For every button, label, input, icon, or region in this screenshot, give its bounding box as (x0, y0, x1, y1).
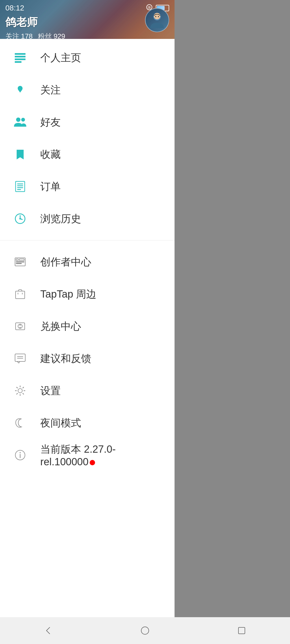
follow-label: 关注 (5, 32, 19, 39)
svg-rect-8 (15, 58, 26, 60)
home-button[interactable] (134, 623, 156, 639)
follow-stat: 关注 178 (5, 32, 32, 39)
follow-count: 178 (21, 32, 32, 39)
merchandise-label: TapTap 周边 (40, 287, 96, 301)
svg-point-11 (21, 118, 25, 122)
favorites-label: 收藏 (40, 148, 61, 161)
svg-rect-25 (19, 259, 24, 261)
bottom-nav (0, 617, 290, 644)
profile-icon (11, 48, 30, 67)
svg-point-5 (158, 16, 159, 17)
svg-point-10 (16, 118, 20, 122)
menu-section-1: 个人主页 关注 好友 (0, 39, 175, 237)
redeem-icon (11, 317, 30, 336)
menu-item-history[interactable]: 浏览历史 (0, 203, 175, 235)
profile-label: 个人主页 (40, 51, 81, 65)
menu-item-orders[interactable]: 订单 (0, 170, 175, 203)
redeem-label: 兑换中心 (40, 320, 81, 333)
back-button[interactable] (38, 623, 59, 639)
user-name: 鸽老师 (5, 15, 65, 30)
nightmode-label: 夜间模式 (40, 416, 81, 430)
svg-point-39 (141, 627, 149, 634)
avatar[interactable] (145, 8, 169, 32)
menu-divider (0, 240, 175, 240)
svg-point-20 (19, 218, 21, 219)
menu-item-friends[interactable]: 好友 (0, 106, 175, 138)
history-label: 浏览历史 (40, 212, 81, 226)
feedback-label: 建议和反馈 (40, 352, 91, 365)
svg-point-34 (18, 389, 22, 393)
svg-rect-23 (16, 262, 24, 262)
svg-rect-6 (15, 53, 26, 55)
drawer: 个人主页 关注 好友 (0, 39, 175, 617)
svg-rect-16 (17, 189, 21, 190)
version-icon (11, 446, 30, 464)
version-label: 当前版本 2.27.0-rel.100000 (40, 442, 164, 468)
settings-label: 设置 (40, 384, 61, 398)
svg-rect-31 (15, 354, 25, 361)
menu-item-favorites[interactable]: 收藏 (0, 138, 175, 170)
user-info: 鸽老师 关注 178 粉丝 929 (5, 15, 65, 39)
creator-icon (11, 253, 30, 271)
menu-item-feedback[interactable]: 建议和反馈 (0, 342, 175, 375)
menu-item-redeem[interactable]: 兑换中心 (0, 310, 175, 342)
status-time: 08:12 (5, 4, 24, 12)
fans-label: 粉丝 (38, 32, 52, 39)
right-background (175, 0, 290, 644)
menu-item-merchandise[interactable]: TapTap 周边 (0, 278, 175, 310)
svg-rect-7 (15, 56, 26, 57)
favorites-icon (11, 145, 30, 164)
feedback-icon (11, 349, 30, 368)
svg-rect-15 (17, 187, 23, 188)
svg-point-4 (155, 16, 156, 17)
nightmode-icon (11, 414, 30, 432)
settings-icon (11, 381, 30, 400)
version-badge (90, 460, 95, 465)
svg-rect-24 (16, 263, 21, 264)
svg-rect-12 (16, 181, 25, 192)
menu-item-version[interactable]: 当前版本 2.27.0-rel.100000 (0, 439, 175, 471)
svg-rect-26 (16, 291, 25, 299)
svg-point-38 (20, 452, 21, 453)
history-icon (11, 209, 30, 228)
follow-icon (11, 80, 30, 99)
header-banner: 08:12 微 鸽老师 关注 178 粉丝 929 (0, 0, 175, 39)
svg-rect-29 (16, 323, 25, 330)
menu-section-2: 创作者中心 TapTap 周边 (0, 243, 175, 474)
menu-item-follow[interactable]: 关注 (0, 74, 175, 106)
svg-rect-14 (17, 185, 23, 186)
creator-label: 创作者中心 (40, 255, 91, 269)
svg-text:微: 微 (148, 6, 151, 9)
svg-rect-22 (16, 259, 18, 261)
recent-button[interactable] (231, 623, 252, 639)
svg-rect-40 (238, 627, 245, 634)
friends-label: 好友 (40, 115, 61, 129)
fans-count: 929 (53, 32, 65, 39)
svg-rect-9 (15, 61, 21, 63)
fans-stat: 粉丝 929 (38, 32, 65, 39)
follow-label: 关注 (40, 83, 61, 97)
menu-item-profile[interactable]: 个人主页 (0, 42, 175, 74)
orders-icon (11, 177, 30, 196)
svg-point-3 (154, 13, 160, 19)
svg-rect-13 (17, 184, 23, 184)
menu-item-nightmode[interactable]: 夜间模式 (0, 407, 175, 439)
menu-item-creator[interactable]: 创作者中心 (0, 246, 175, 278)
user-stats: 关注 178 粉丝 929 (5, 32, 65, 39)
friends-icon (11, 113, 30, 131)
merchandise-icon (11, 285, 30, 303)
orders-label: 订单 (40, 180, 61, 193)
menu-item-settings[interactable]: 设置 (0, 375, 175, 407)
